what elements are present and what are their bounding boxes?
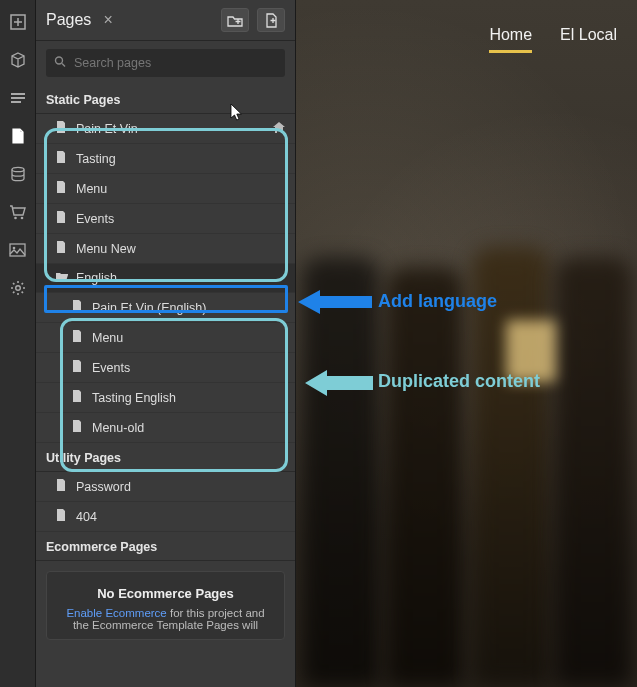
page-item[interactable]: Menu-old xyxy=(36,413,295,443)
site-nav: Home El Local xyxy=(489,26,617,53)
cart-icon[interactable] xyxy=(6,200,30,224)
page-label: Tasting English xyxy=(92,391,176,405)
utility-page-list: Password 404 xyxy=(36,472,295,532)
svg-point-3 xyxy=(21,217,24,220)
folder-open-icon xyxy=(56,271,68,285)
new-page-button[interactable] xyxy=(257,8,285,32)
new-folder-button[interactable] xyxy=(221,8,249,32)
bottle-blur xyxy=(302,257,380,687)
svg-point-7 xyxy=(56,57,63,64)
add-icon[interactable] xyxy=(6,10,30,34)
page-file-icon xyxy=(56,121,68,136)
page-item[interactable]: Menu xyxy=(36,323,295,353)
page-label: Menu New xyxy=(76,242,136,256)
nav-link-ellocal[interactable]: El Local xyxy=(560,26,617,53)
stack-icon[interactable] xyxy=(6,86,30,110)
svg-point-6 xyxy=(15,286,20,291)
arrow-icon xyxy=(298,288,372,316)
page-label: Password xyxy=(76,480,131,494)
nav-link-home[interactable]: Home xyxy=(489,26,532,53)
svg-point-2 xyxy=(14,217,17,220)
pages-panel: Pages × Static Pages Pain Et Vin Tasting… xyxy=(36,0,296,687)
page-item[interactable]: Events xyxy=(36,353,295,383)
search-input[interactable] xyxy=(46,49,285,77)
page-file-icon xyxy=(72,300,84,315)
page-file-icon xyxy=(56,509,68,524)
database-icon[interactable] xyxy=(6,162,30,186)
search-wrap xyxy=(36,41,295,85)
page-file-icon xyxy=(72,330,84,345)
page-label: Tasting xyxy=(76,152,116,166)
page-item[interactable]: 404 xyxy=(36,502,295,532)
page-file-icon xyxy=(56,211,68,226)
page-item[interactable]: Events xyxy=(36,204,295,234)
cursor-icon xyxy=(230,103,244,121)
arrow-icon xyxy=(305,368,373,398)
ecommerce-empty-text: Enable Ecommerce for this project and th… xyxy=(59,607,272,631)
page-file-icon xyxy=(56,241,68,256)
enable-ecommerce-link[interactable]: Enable Ecommerce xyxy=(66,607,166,619)
static-section-label: Static Pages xyxy=(36,85,295,114)
folder-label: English xyxy=(76,271,117,285)
page-item[interactable]: Password xyxy=(36,472,295,502)
close-icon[interactable]: × xyxy=(103,11,112,29)
image-icon[interactable] xyxy=(6,238,30,262)
search-icon xyxy=(54,56,66,71)
page-label: Pain Et Vin (English) xyxy=(92,301,206,315)
page-label: Events xyxy=(76,212,114,226)
page-item[interactable]: Tasting xyxy=(36,144,295,174)
home-icon xyxy=(273,122,285,136)
folder-item[interactable]: English xyxy=(36,264,295,293)
ecommerce-empty-title: No Ecommerce Pages xyxy=(59,586,272,601)
svg-rect-4 xyxy=(10,244,25,256)
page-file-icon xyxy=(72,360,84,375)
bottle-blur xyxy=(472,247,550,687)
annotation-label-duplicated: Duplicated content xyxy=(378,371,540,392)
page-item[interactable]: Menu xyxy=(36,174,295,204)
page-item[interactable]: Pain Et Vin (English) xyxy=(36,293,295,323)
page-icon[interactable] xyxy=(6,124,30,148)
ecommerce-section-label: Ecommerce Pages xyxy=(36,532,295,561)
page-file-icon xyxy=(56,181,68,196)
cube-icon[interactable] xyxy=(6,48,30,72)
page-label: Pain Et Vin xyxy=(76,122,138,136)
tool-rail xyxy=(0,0,36,687)
page-label: Menu xyxy=(92,331,123,345)
panel-header: Pages × xyxy=(36,0,295,41)
ecommerce-empty-box: No Ecommerce Pages Enable Ecommerce for … xyxy=(46,571,285,640)
page-item[interactable]: Menu New xyxy=(36,234,295,264)
bottle-blur xyxy=(386,267,464,687)
page-item[interactable]: Pain Et Vin xyxy=(36,114,295,144)
svg-point-5 xyxy=(13,247,16,250)
canvas-preview: Home El Local xyxy=(296,0,637,687)
page-label: Events xyxy=(92,361,130,375)
gear-icon[interactable] xyxy=(6,276,30,300)
page-label: Menu-old xyxy=(92,421,144,435)
svg-marker-9 xyxy=(305,370,373,396)
page-item[interactable]: Tasting English xyxy=(36,383,295,413)
annotation-label-addlang: Add language xyxy=(378,291,497,312)
page-file-icon xyxy=(56,479,68,494)
svg-marker-8 xyxy=(298,290,372,314)
svg-point-1 xyxy=(12,167,24,171)
page-label: 404 xyxy=(76,510,97,524)
static-page-list: Pain Et Vin Tasting Menu Events Menu New… xyxy=(36,114,295,443)
bottle-blur xyxy=(554,257,632,687)
page-file-icon xyxy=(56,151,68,166)
page-file-icon xyxy=(72,390,84,405)
panel-title: Pages xyxy=(46,11,91,29)
page-file-icon xyxy=(72,420,84,435)
page-label: Menu xyxy=(76,182,107,196)
utility-section-label: Utility Pages xyxy=(36,443,295,472)
